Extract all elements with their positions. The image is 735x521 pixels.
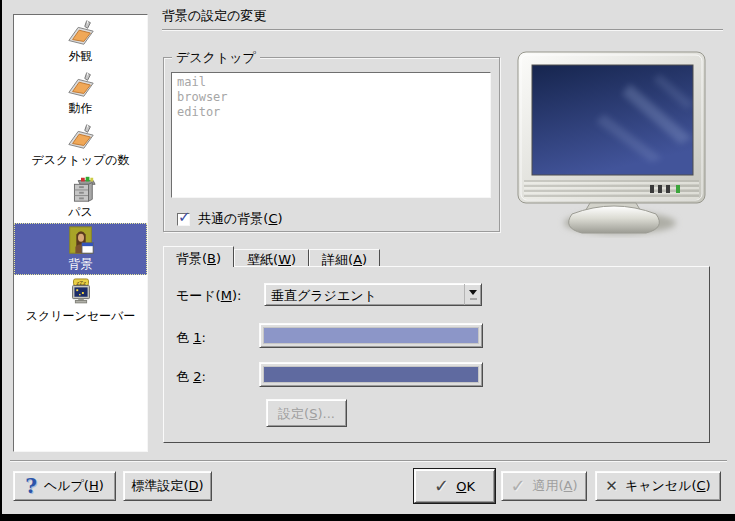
- checkmark-icon: ✓: [178, 208, 191, 226]
- paths-icon: [65, 174, 97, 204]
- sidebar-item-label: 動作: [68, 101, 94, 116]
- sidebar-item-background[interactable]: 背景: [14, 223, 147, 275]
- color2-button[interactable]: [259, 362, 483, 387]
- monitor-button: [658, 185, 662, 193]
- check-icon: ✓: [510, 477, 525, 495]
- ok-button[interactable]: ✓ OK: [414, 469, 495, 503]
- close-icon: ✕: [605, 479, 618, 494]
- background-icon: [65, 226, 97, 256]
- apply-button[interactable]: ✓ 適用(A): [501, 471, 587, 501]
- color1-button[interactable]: [259, 323, 483, 348]
- desktop-list-item[interactable]: browser: [177, 90, 485, 105]
- tab-advanced[interactable]: 詳細(A): [309, 249, 380, 266]
- title-separator: [162, 29, 723, 31]
- combobox-dash: [470, 298, 477, 300]
- color1-swatch: [264, 328, 478, 343]
- desktops-icon: [65, 122, 97, 152]
- cancel-button-label: キャンセル(C): [625, 477, 711, 495]
- mode-label: モード(M):: [176, 287, 241, 305]
- monitor-button: [650, 185, 654, 193]
- tab-background[interactable]: 背景(B): [163, 246, 234, 267]
- desktop-listbox[interactable]: mail browser editor: [171, 72, 491, 198]
- sidebar-item-label: 外観: [68, 49, 94, 64]
- sidebar-item-appearance[interactable]: 外観: [14, 15, 147, 67]
- settings-tabs: 背景(B) 壁紙(W) 詳細(A): [163, 246, 380, 266]
- sidebar-item-label: 背景: [68, 257, 94, 272]
- help-button[interactable]: ? ヘルプ(H): [13, 471, 116, 501]
- mode-combobox[interactable]: 垂直グラジエント: [264, 283, 482, 306]
- appearance-icon: [65, 18, 97, 48]
- monitor-button: [666, 185, 670, 193]
- sidebar-item-label: スクリーンセーバー: [25, 309, 137, 324]
- setup-button[interactable]: 設定(S)...: [266, 399, 347, 427]
- background-tabpanel: モード(M): 垂直グラジエント 色 1: 色 2: 設定(S)...: [163, 266, 710, 443]
- sidebar-item-behavior[interactable]: 動作: [14, 67, 147, 119]
- footer-separator: [10, 460, 727, 462]
- tab-wallpaper[interactable]: 壁紙(W): [234, 249, 309, 266]
- desktop-groupbox: デスクトップ mail browser editor ✓ 共通の背景(C): [163, 57, 500, 232]
- sidebar-item-paths[interactable]: パス: [14, 171, 147, 223]
- settings-window: 背景の設定の変更 外観 動作: [0, 0, 735, 521]
- sidebar-item-desktops[interactable]: デスクトップの数: [14, 119, 147, 171]
- desktop-list-item[interactable]: editor: [177, 105, 485, 120]
- sidebar-item-screensaver[interactable]: zZz スクリーンセーバー: [14, 275, 147, 327]
- dialog-panel: 背景の設定の変更 外観 動作: [2, 0, 735, 514]
- sidebar-item-label: デスクトップの数: [31, 153, 131, 168]
- screensaver-icon: zZz: [65, 278, 97, 308]
- cancel-button[interactable]: ✕ キャンセル(C): [595, 471, 721, 501]
- checkbox-label: 共通の背景(C): [198, 210, 283, 228]
- help-button-label: ヘルプ(H): [44, 477, 104, 495]
- module-list: 外観 動作 デスクトップの数: [13, 14, 148, 452]
- monitor-power-led: [676, 185, 680, 193]
- behavior-icon: [65, 70, 97, 100]
- chevron-down-icon: [469, 290, 477, 295]
- defaults-button-label: 標準設定(D): [131, 477, 203, 495]
- svg-text:zZz: zZz: [76, 280, 86, 286]
- ok-button-default-frame: ✓ OK: [413, 468, 496, 504]
- color2-label: 色 2:: [176, 368, 206, 386]
- color2-swatch: [264, 367, 478, 382]
- check-icon: ✓: [434, 477, 449, 495]
- apply-button-label: 適用(A): [533, 477, 578, 495]
- ok-button-label: OK: [456, 479, 475, 494]
- color1-label: 色 1:: [176, 329, 206, 347]
- desktop-list-item[interactable]: mail: [177, 75, 485, 90]
- desktop-groupbox-title: デスクトップ: [172, 49, 260, 67]
- defaults-button[interactable]: 標準設定(D): [123, 471, 212, 501]
- mode-value: 垂直グラジエント: [265, 284, 464, 305]
- page-title: 背景の設定の変更: [162, 7, 267, 25]
- monitor-preview: [510, 46, 710, 238]
- checkbox-box[interactable]: ✓: [177, 213, 190, 226]
- sidebar-item-label: パス: [67, 205, 94, 220]
- combobox-dropdown-button[interactable]: [464, 284, 481, 305]
- help-icon: ?: [25, 476, 37, 496]
- common-background-checkbox[interactable]: ✓ 共通の背景(C): [177, 210, 283, 228]
